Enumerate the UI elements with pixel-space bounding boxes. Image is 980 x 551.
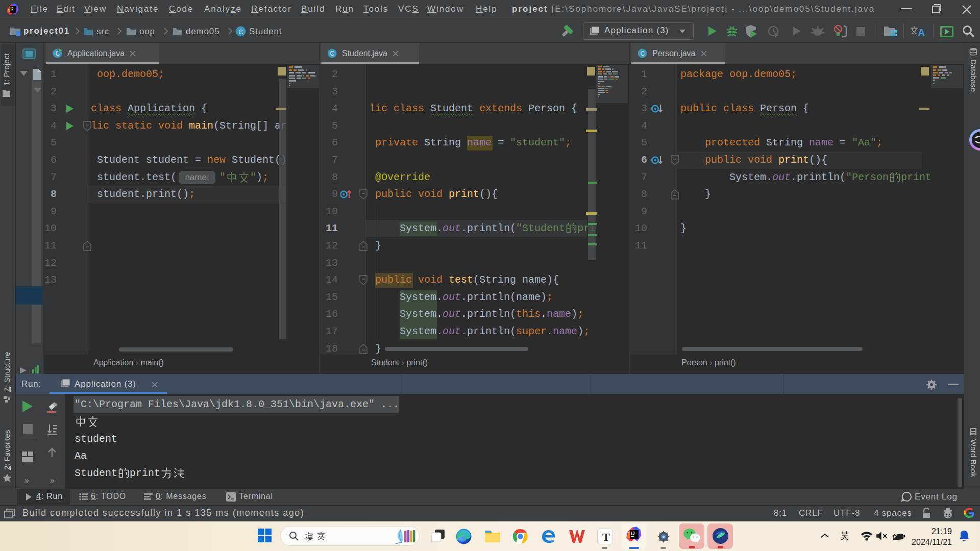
svg-text:C: C [641, 50, 645, 57]
svg-text:C: C [238, 28, 243, 36]
svg-text:IJ: IJ [11, 7, 14, 10]
svg-text:IJ: IJ [631, 531, 635, 536]
svg-text:C: C [330, 50, 335, 57]
